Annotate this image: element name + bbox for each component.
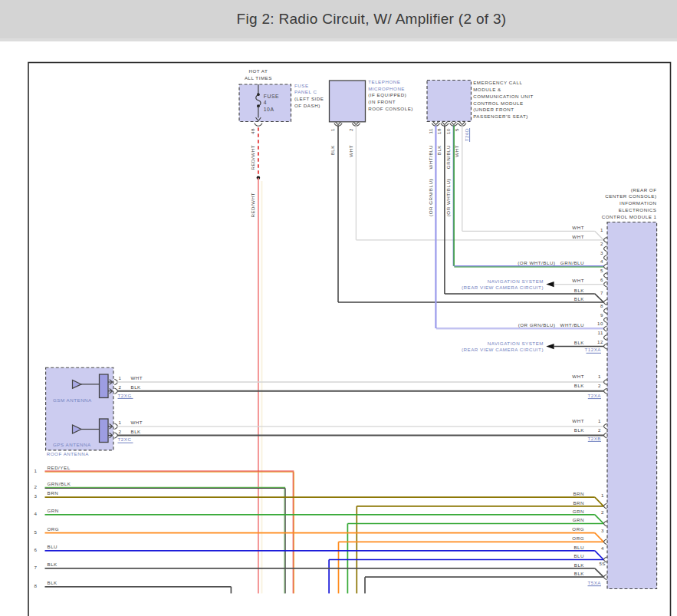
svg-text:5S: 5S <box>599 561 606 566</box>
svg-text:2: 2 <box>600 241 603 246</box>
svg-text:BLK: BLK <box>48 562 58 567</box>
svg-text:2: 2 <box>601 509 604 515</box>
svg-text:GRN/BLK: GRN/BLK <box>48 481 71 486</box>
svg-text:3: 3 <box>35 493 38 499</box>
svg-text:CONTROL MODULE 1: CONTROL MODULE 1 <box>602 214 657 219</box>
svg-text:BLU: BLU <box>573 553 584 558</box>
svg-text:4: 4 <box>600 259 603 264</box>
svg-text:FUSE: FUSE <box>264 94 279 99</box>
svg-text:COMMUNICATION UNIT: COMMUNICATION UNIT <box>473 94 534 99</box>
svg-text:WHT/BLU: WHT/BLU <box>560 322 584 328</box>
svg-text:GRN: GRN <box>573 517 584 522</box>
svg-text:WHT: WHT <box>572 225 584 230</box>
svg-text:GPS ANTENNA: GPS ANTENNA <box>53 442 91 447</box>
svg-text:BLK: BLK <box>330 145 335 156</box>
svg-text:RED/WHT: RED/WHT <box>250 145 255 170</box>
svg-text:HOT AT: HOT AT <box>248 68 268 74</box>
svg-text:1: 1 <box>598 374 601 379</box>
svg-text:BLK: BLK <box>574 383 585 388</box>
svg-text:WHT: WHT <box>572 374 584 379</box>
svg-text:7: 7 <box>35 565 38 570</box>
svg-text:6: 6 <box>35 547 38 552</box>
svg-text:BLU: BLU <box>573 545 584 550</box>
svg-text:BRN: BRN <box>573 500 584 506</box>
svg-text:1: 1 <box>330 128 335 131</box>
svg-text:ROOF CONSOLE): ROOF CONSOLE) <box>368 106 413 111</box>
svg-text:CENTER CONSOLE): CENTER CONSOLE) <box>605 193 656 199</box>
svg-text:1: 1 <box>598 418 601 423</box>
svg-text:(IF EQUIPPED): (IF EQUIPPED) <box>368 92 406 97</box>
svg-text:2: 2 <box>598 383 601 388</box>
svg-text:10A: 10A <box>264 107 274 112</box>
svg-text:BRN: BRN <box>573 491 584 496</box>
svg-text:1: 1 <box>35 468 38 473</box>
svg-text:BLK: BLK <box>574 296 585 301</box>
svg-text:2: 2 <box>35 484 38 489</box>
svg-text:WHT: WHT <box>454 145 459 157</box>
svg-text:8: 8 <box>35 583 38 588</box>
svg-text:7: 7 <box>600 290 603 295</box>
svg-text:WHT: WHT <box>131 375 143 380</box>
svg-text:ALL TIMES: ALL TIMES <box>245 75 272 81</box>
svg-text:BRN: BRN <box>48 490 59 496</box>
svg-text:3: 3 <box>600 250 603 255</box>
svg-text:ORG: ORG <box>572 526 584 532</box>
svg-text:BLK: BLK <box>574 288 585 293</box>
svg-text:5: 5 <box>35 529 38 535</box>
svg-text:ORG: ORG <box>572 535 584 541</box>
svg-text:WHT: WHT <box>572 278 584 283</box>
svg-text:1: 1 <box>601 492 604 498</box>
svg-text:MICROPHONE: MICROPHONE <box>368 86 405 91</box>
svg-text:18: 18 <box>436 128 442 134</box>
svg-text:T12XA: T12XA <box>584 347 601 352</box>
svg-text:2: 2 <box>119 384 122 390</box>
svg-text:BLK: BLK <box>48 580 58 585</box>
svg-text:T2XA: T2XA <box>587 393 601 398</box>
svg-text:PASSENGER'S SEAT): PASSENGER'S SEAT) <box>473 114 528 119</box>
svg-text:WHT: WHT <box>348 145 353 157</box>
svg-text:FUSE: FUSE <box>294 83 309 88</box>
svg-text:BLK: BLK <box>436 145 442 156</box>
svg-text:BLK: BLK <box>574 340 585 345</box>
svg-text:(REAR OF: (REAR OF <box>631 187 657 193</box>
svg-text:10: 10 <box>597 321 603 326</box>
svg-text:ELECTRONICS: ELECTRONICS <box>619 207 657 212</box>
svg-text:(REAR VIEW CAMERA CIRCUIT): (REAR VIEW CAMERA CIRCUIT) <box>462 285 544 290</box>
svg-text:GRN/BLU: GRN/BLU <box>560 260 584 265</box>
svg-text:OF DASH): OF DASH) <box>294 103 320 108</box>
svg-text:5: 5 <box>454 128 459 131</box>
svg-text:TELEPHONE: TELEPHONE <box>368 79 400 84</box>
svg-text:BLU: BLU <box>48 544 58 549</box>
svg-text:2: 2 <box>598 427 601 433</box>
svg-text:BLK: BLK <box>574 562 585 568</box>
svg-text:(OR GRN/BLU): (OR GRN/BLU) <box>428 179 433 216</box>
svg-text:4: 4 <box>35 511 38 516</box>
svg-text:6: 6 <box>600 277 603 282</box>
svg-text:BLK: BLK <box>131 384 142 390</box>
svg-text:8: 8 <box>600 303 603 308</box>
svg-text:4: 4 <box>264 100 267 105</box>
svg-text:GRN/BLU: GRN/BLU <box>445 145 451 169</box>
svg-text:INFORMATION: INFORMATION <box>619 200 657 206</box>
svg-text:1: 1 <box>119 420 122 425</box>
svg-text:WHT: WHT <box>572 234 584 239</box>
svg-text:11: 11 <box>598 330 604 335</box>
svg-text:(OR WHT/BLU): (OR WHT/BLU) <box>518 260 555 265</box>
svg-text:5: 5 <box>600 268 603 273</box>
svg-text:T26D: T26D <box>464 128 469 141</box>
svg-text:EMERGENCY CALL: EMERGENCY CALL <box>473 80 522 85</box>
svg-text:BLK: BLK <box>574 427 585 433</box>
svg-text:1: 1 <box>600 227 603 232</box>
svg-text:MODULE &: MODULE & <box>473 87 501 92</box>
svg-text:T5XA: T5XA <box>587 580 601 585</box>
svg-text:WHT: WHT <box>572 418 584 423</box>
svg-text:GSM ANTENNA: GSM ANTENNA <box>53 397 92 403</box>
svg-text:(OR GRN/BLU): (OR GRN/BLU) <box>518 322 556 328</box>
svg-text:(LEFT SIDE: (LEFT SIDE <box>294 96 324 101</box>
svg-text:(REAR VIEW CAMERA CIRCUIT): (REAR VIEW CAMERA CIRCUIT) <box>462 347 544 352</box>
svg-text:9: 9 <box>600 312 603 318</box>
svg-text:2: 2 <box>348 128 353 131</box>
svg-text:GRN: GRN <box>573 509 584 514</box>
svg-text:GRN: GRN <box>48 508 59 513</box>
svg-text:NAVIGATION SYSTEM: NAVIGATION SYSTEM <box>488 278 544 284</box>
